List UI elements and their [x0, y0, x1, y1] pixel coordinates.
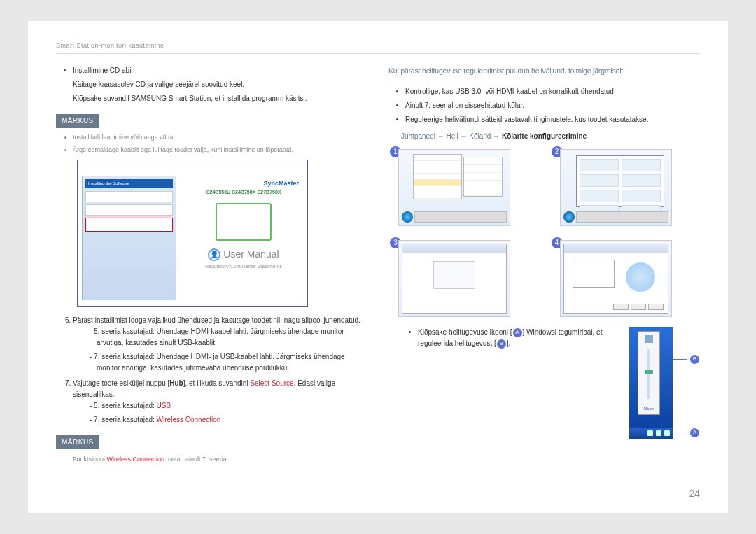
hub-button-label: Hub [169, 379, 183, 387]
volume-slider-popup: Mixer [638, 331, 660, 415]
user-manual-title: 👤 User Manual [208, 246, 279, 262]
speaker-icon [645, 335, 653, 343]
path-juhtpaneel: Juhtpaneel [401, 132, 435, 140]
step-7a: 5. seeria kasutajad: USB [90, 400, 368, 412]
install-cd-desc2: Klõpsake suvandil SAMSUNG Smart Station,… [73, 93, 368, 104]
section-header: Smart Station-monitori kasutamine [56, 42, 700, 54]
install-cd-label: Installimine CD abil [73, 66, 133, 74]
step-6b: 7. seeria kasutajad: Ühendage HDMI- ja U… [90, 351, 368, 374]
step-7b: 7. seeria kasutajad: Wireless Connection [90, 414, 368, 426]
usb-label: USB [157, 402, 172, 409]
control-panel-path: Juhtpaneel → Heli → Kõlarid → Kõlarite k… [401, 131, 700, 142]
step-7b-pre: 7. seeria kasutajad: [94, 416, 157, 423]
monitor-illustration [216, 203, 272, 241]
step-7: Vajutage toote esiküljel nuppu [Hub], et… [73, 378, 368, 426]
right-column: Kui pärast helitugevuse reguleerimist pu… [388, 65, 700, 492]
note-1b: Ärge eemaldage kaablit ega lülitage tood… [73, 145, 368, 155]
step-6a: 5. seeria kasutajad: Ühendage HDMI-kaabe… [90, 326, 368, 349]
screenshot-wrap-3: 3 [398, 240, 539, 317]
user-manual-text: User Manual [223, 246, 279, 262]
windows-taskbar [629, 428, 673, 439]
start-menu [413, 154, 462, 199]
tray-icon [648, 430, 653, 436]
step-6: Pärast installimist looge vajalikud ühen… [73, 315, 368, 374]
markus-badge-1: MÄRKUS [56, 114, 99, 128]
start-orb-icon [402, 211, 413, 223]
screenshot-sound-dialog [398, 240, 510, 317]
ts-bullet-2: Ainult 7. seerial on sisseehitatud kõlar… [405, 100, 700, 111]
volume-taskbar-screenshot: Mixer [629, 327, 673, 439]
volume-slider [648, 349, 650, 399]
inline-badge-b: B [497, 339, 506, 349]
screenshot-wrap-2: 2 [560, 149, 701, 226]
troubleshoot-heading: Kui pärast helitugevuse reguleerimist pu… [388, 65, 700, 80]
callout-b: B [690, 355, 699, 364]
regulatory-text: Regulatory Compliance Statements [205, 262, 282, 270]
step-7-mid: ], et liikuda suvandini [183, 379, 251, 387]
path-kolarid: Kõlarid [469, 132, 491, 140]
content-columns: Installimine CD abil Käitage kaasasolev … [56, 65, 700, 492]
screenshots-grid: 1 2 [398, 149, 700, 317]
note-2-pre: Funktsiooni [73, 456, 107, 463]
screenshot-control-panel [560, 149, 672, 226]
select-source-label: Select Source [250, 379, 293, 387]
model-numbers: C24B550U C24B750X C27B750X [206, 188, 281, 196]
volume-instruction: Klõpsake helitugevuse ikooni [A] Windows… [418, 327, 621, 349]
installer-left-pane: Installing the Software [82, 176, 176, 300]
installer-entry [85, 191, 173, 202]
screenshot-wrap-4: 4 [560, 240, 701, 317]
step-7a-pre: 5. seeria kasutajad: [94, 402, 157, 409]
installer-screenshot: SAMSUNG Installing the Software SyncMast… [77, 160, 308, 307]
screenshot-speaker-config [560, 240, 672, 317]
install-cd-desc1: Käitage kaasasolev CD ja valige seejärel… [73, 79, 368, 90]
start-orb-icon [564, 211, 575, 223]
installer-banner: Installing the Software [85, 179, 173, 189]
installer-entry-selected [85, 218, 173, 232]
path-konfiguratsioon: Kõlarite konfigureerimine [502, 132, 587, 140]
vol-pre: Klõpsake helitugevuse ikooni [ [418, 328, 512, 336]
note-2-post: toetab ainult 7. seeria. [164, 456, 228, 463]
ts-bullet-3: Reguleerige heliväljundi sätteid vastava… [405, 114, 700, 125]
install-cd-item: Installimine CD abil Käitage kaasasolev … [73, 65, 368, 104]
left-column: Installimine CD abil Käitage kaasasolev … [56, 65, 368, 492]
step-6-text: Pärast installimist looge vajalikud ühen… [73, 316, 360, 324]
ts-bullet-1: Kontrollige, kas USB 3.0- või HDMI-kaabe… [405, 86, 700, 97]
wireless-connection-label: Wireless Connection [157, 416, 221, 423]
taskbar [576, 211, 668, 223]
installer-right-pane: SyncMaster C24B550U C24B750X C27B750X 👤 … [184, 176, 303, 300]
mixer-link: Mixer [643, 405, 656, 414]
syncmaster-logo: SyncMaster [263, 178, 299, 188]
markus-badge-2: MÄRKUS [56, 435, 99, 449]
screenshot-start-menu [398, 149, 510, 226]
user-icon: 👤 [208, 248, 220, 261]
volume-row: Klõpsake helitugevuse ikooni [A] Windows… [401, 327, 700, 439]
start-side [463, 157, 503, 197]
tray-icon [664, 430, 670, 436]
taskbar [414, 211, 507, 223]
vol-post: ]. [507, 339, 511, 347]
volume-tray-icon [656, 430, 662, 436]
installer-entry [85, 204, 173, 216]
inline-badge-a: A [513, 328, 522, 337]
screenshot-wrap-1: 1 [398, 149, 539, 226]
path-heli: Heli [447, 132, 458, 140]
callout-a: A [690, 428, 699, 437]
page-number: 24 [689, 488, 700, 499]
note-2-wc: Wireless Connection [107, 456, 165, 463]
document-page: Smart Station-monitori kasutamine Instal… [28, 21, 728, 513]
volume-callouts: B A [673, 327, 700, 439]
note-1a: Installifaili laadimine võib aega võtta. [73, 132, 368, 142]
step-7-pre: Vajutage toote esiküljel nuppu [ [73, 379, 169, 387]
